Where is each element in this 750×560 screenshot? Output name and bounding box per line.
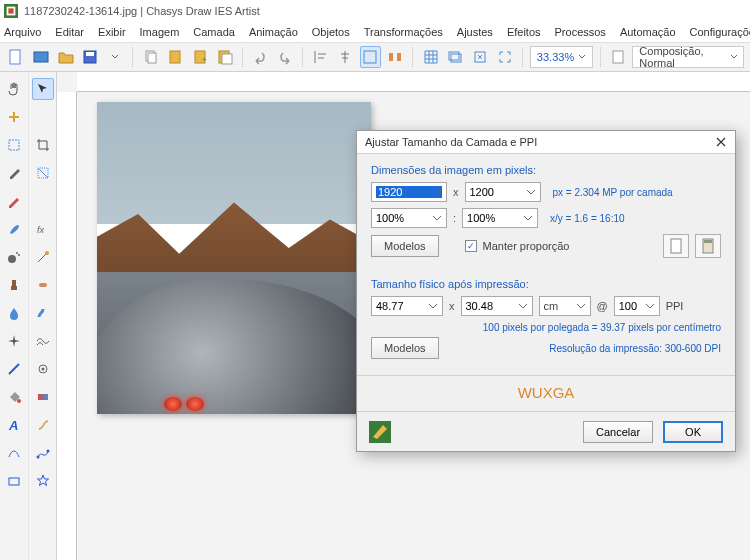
stamp-icon[interactable] [3,274,25,296]
blend-mode-combo[interactable]: Composição, Normal [632,46,744,68]
crop-icon[interactable] [32,134,54,156]
svg-point-37 [36,456,39,459]
layers-icon[interactable] [445,46,466,68]
zoom-combo[interactable]: 33.33% [530,46,593,68]
svg-rect-29 [9,478,19,485]
align-selected-icon[interactable] [360,46,381,68]
phys-width-field[interactable] [371,296,443,316]
save-icon[interactable] [80,46,101,68]
menubar: Arquivo Editar Exibir Imagem Camada Anim… [0,22,750,42]
dialog-titlebar[interactable]: Ajustar Tamanho da Camada e PPI [357,131,735,154]
wand-fx-icon[interactable] [32,246,54,268]
menu-efeitos[interactable]: Efeitos [507,26,541,38]
gradient-icon[interactable] [32,386,54,408]
menu-editar[interactable]: Editar [55,26,84,38]
models-button-2[interactable]: Modelos [371,337,439,359]
hand-tool-icon[interactable] [3,78,25,100]
ruler-vertical [57,92,77,560]
menu-configuracoes[interactable]: Configurações [690,26,750,38]
scale-height-field[interactable] [462,208,538,228]
menu-transformacoes[interactable]: Transformações [364,26,443,38]
droplet-icon[interactable] [3,302,25,324]
curve-icon[interactable] [32,442,54,464]
svg-point-27 [17,399,21,403]
dialog-app-icon [369,421,391,443]
menu-animacao[interactable]: Animação [249,26,298,38]
align-center-icon[interactable] [335,46,356,68]
models-button-1[interactable]: Modelos [371,235,439,257]
ppi-label: PPI [666,300,684,312]
spray-icon[interactable] [3,246,25,268]
grid-icon[interactable] [420,46,441,68]
cancel-button[interactable]: Cancelar [583,421,653,443]
lasso-icon[interactable] [32,162,54,184]
svg-rect-2 [8,8,13,13]
ppi-field[interactable] [614,296,660,316]
eyedropper-icon[interactable] [3,162,25,184]
copy-icon[interactable] [140,46,161,68]
scale-width-field[interactable] [371,208,447,228]
line-icon[interactable] [3,358,25,380]
open-window-icon[interactable] [31,46,52,68]
paste-layer-icon[interactable] [214,46,235,68]
width-px-field[interactable] [371,182,447,202]
menu-camada[interactable]: Camada [193,26,235,38]
phys-height-field[interactable] [461,296,533,316]
script-icon[interactable] [32,414,54,436]
canvas-image: CCX [97,102,371,414]
svg-rect-39 [671,239,681,253]
menu-arquivo[interactable]: Arquivo [4,26,41,38]
fx-icon[interactable]: fx [32,218,54,240]
menu-imagem[interactable]: Imagem [140,26,180,38]
redo-icon[interactable] [275,46,296,68]
svg-rect-15 [389,53,393,61]
align-left-icon[interactable] [310,46,331,68]
close-icon[interactable] [715,136,727,148]
keep-proportion-checkbox[interactable]: ✓ [465,240,477,252]
menu-exibir[interactable]: Exibir [98,26,126,38]
wave-icon[interactable] [32,330,54,352]
calculator-icon[interactable] [695,234,721,258]
svg-rect-20 [613,51,623,63]
svg-point-32 [45,251,49,255]
menu-objetos[interactable]: Objetos [312,26,350,38]
path-icon[interactable] [3,442,25,464]
distribute-icon[interactable] [385,46,406,68]
menu-ajustes[interactable]: Ajustes [457,26,493,38]
resolution-hint-1: 100 pixels por polegada = 39.37 pixels p… [371,322,721,333]
rect-select-icon[interactable] [3,134,25,156]
menu-processos[interactable]: Processos [555,26,606,38]
pencil-icon[interactable] [3,190,25,212]
height-px-field[interactable] [465,182,541,202]
gear-icon[interactable] [32,358,54,380]
brush-icon[interactable] [3,218,25,240]
menu-automacao[interactable]: Automação [620,26,676,38]
heal-icon[interactable] [32,274,54,296]
star-icon[interactable] [32,470,54,492]
sparkle-icon[interactable] [3,330,25,352]
portrait-icon[interactable] [663,234,689,258]
unit-field[interactable]: cm [539,296,591,316]
svg-rect-25 [11,286,17,290]
save-dropdown-icon[interactable] [105,46,126,68]
paste-icon[interactable] [165,46,186,68]
undo-icon[interactable] [250,46,271,68]
bucket-icon[interactable] [3,386,25,408]
smudge-icon[interactable] [32,302,54,324]
move-tool-icon[interactable] [32,78,54,100]
svg-point-24 [18,254,20,256]
fit-icon[interactable] [470,46,491,68]
new-file-icon[interactable] [6,46,27,68]
ok-button[interactable]: OK [663,421,723,443]
fullscreen-icon[interactable] [494,46,515,68]
window-titlebar: 1187230242-13614.jpg | Chasys Draw IES A… [0,0,750,22]
blend-doc-icon[interactable] [608,46,629,68]
add-tool-icon[interactable] [3,106,25,128]
paste-new-icon[interactable]: + [190,46,211,68]
megapixel-hint: px = 2.304 MP por camada [553,187,673,198]
open-folder-icon[interactable] [55,46,76,68]
shape-icon[interactable] [3,470,25,492]
text-icon[interactable]: A [3,414,25,436]
canvas[interactable]: CCX [97,102,371,414]
svg-point-35 [41,368,44,371]
